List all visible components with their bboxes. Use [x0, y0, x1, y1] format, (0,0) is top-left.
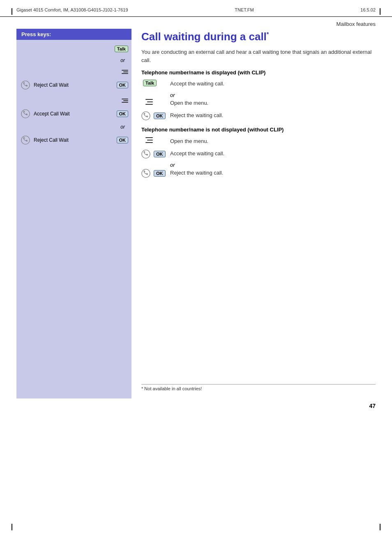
without-clip-heading: Telephone number/name is not displayed (… — [141, 126, 376, 134]
header-left: Gigaset 4015 Comfort, IM, A31008-G4015-J… — [16, 7, 128, 12]
margin-bar-top-left — [12, 8, 12, 15]
margin-bar-top-right — [380, 8, 380, 15]
open-menu-text-1: Open the menu. — [170, 99, 376, 107]
or-text-2: or — [141, 162, 376, 168]
svg-point-0 — [21, 81, 30, 89]
phone-icon-3 — [20, 134, 31, 146]
page-number: 47 — [0, 398, 392, 413]
margin-bar-bottom-right — [380, 524, 380, 530]
reject-call-wait-row-1: Reject Call Wait OK — [16, 78, 131, 92]
reject-call-wait-label-1: Reject Call Wait — [31, 82, 115, 88]
menu-icon-row-1 — [16, 66, 131, 78]
with-clip-heading: Telephone number/name is displayed (with… — [141, 69, 376, 76]
svg-point-2 — [21, 136, 30, 144]
footnote: * Not available in all countries! — [141, 384, 376, 391]
svg-point-1 — [21, 110, 30, 118]
svg-point-5 — [142, 169, 150, 177]
right-panel: Call waiting during a call* You are cond… — [131, 29, 376, 398]
accept-instruction-row: OK Accept the waiting call. — [141, 150, 376, 159]
reject-waiting-call-text-2: Reject the waiting call. — [170, 169, 376, 177]
phone-icon-instruction-1 — [141, 111, 150, 120]
talk-instruction-row: Talk Accept the waiting call. — [141, 80, 376, 90]
header-center: TNET.FM — [235, 7, 254, 12]
accept-waiting-call-text-2: Accept the waiting call. — [170, 150, 376, 158]
or-text-1: or — [141, 92, 376, 98]
menu-icon-1 — [119, 70, 128, 74]
reject-key-2: OK — [141, 169, 166, 178]
menu-instruction-row-2: Open the menu. — [141, 137, 376, 147]
reject-call-wait-label-2: Reject Call Wait — [31, 137, 115, 143]
menu-icon-instruction-1 — [141, 99, 153, 105]
menu-icon-instruction-2 — [141, 137, 153, 143]
or-row-1: or — [16, 55, 131, 66]
phone-icon-instruction-2 — [141, 150, 150, 159]
menu-key-1 — [141, 99, 166, 105]
phone-icon-instruction-3 — [141, 169, 150, 178]
talk-key-row: Talk — [16, 43, 131, 55]
reject-instruction-row-1: OK Reject the waiting call. — [141, 111, 376, 121]
margin-bar-bottom-left — [12, 524, 12, 530]
accept-key: OK — [141, 150, 166, 159]
left-panel-body: Talk or — [16, 40, 131, 151]
menu-icon-2 — [119, 99, 128, 103]
menu-icon-row-2 — [16, 95, 131, 106]
menu-instruction-row-1: Open the menu. — [141, 99, 376, 109]
svg-point-4 — [142, 150, 150, 158]
ok-key-badge-1: OK — [117, 82, 129, 88]
main-content: Press keys: Talk or — [0, 29, 392, 398]
open-menu-text-2: Open the menu. — [170, 137, 376, 145]
or-row-2: or — [16, 121, 131, 133]
reject-key-1: OK — [141, 111, 166, 120]
page-header: Gigaset 4015 Comfort, IM, A31008-G4015-J… — [0, 0, 392, 17]
section-title: Mailbox features — [0, 17, 392, 29]
accept-waiting-call-text-1: Accept the waiting call. — [170, 80, 376, 88]
reject-instruction-row-2: OK Reject the waiting call. — [141, 169, 376, 179]
svg-point-3 — [142, 112, 150, 120]
footnote-spacer: * Not available in all countries! — [141, 384, 376, 391]
ok-key-badge-2: OK — [117, 111, 129, 117]
main-heading: Call waiting during a call* — [141, 30, 376, 43]
left-panel: Press keys: Talk or — [16, 29, 131, 398]
header-doc-info: Gigaset 4015 Comfort, IM, A31008-G4015-J… — [16, 7, 128, 12]
phone-icon-2 — [20, 108, 31, 120]
accept-call-wait-row: Accept Call Wait OK — [16, 106, 131, 121]
intro-text: You are conducting an external call and … — [141, 48, 376, 64]
talk-key-badge: Talk — [115, 46, 128, 52]
reject-call-wait-row-2: Reject Call Wait OK — [16, 133, 131, 147]
menu-key-2 — [141, 137, 166, 143]
reject-waiting-call-text-1: Reject the waiting call. — [170, 111, 376, 120]
ok-key-badge-3: OK — [117, 137, 129, 143]
press-keys-header: Press keys: — [16, 29, 131, 40]
accept-call-wait-label: Accept Call Wait — [31, 111, 115, 117]
phone-icon-1 — [20, 79, 31, 91]
header-date: 16.5.02 — [360, 7, 376, 12]
talk-key-instruction: Talk — [141, 80, 166, 86]
